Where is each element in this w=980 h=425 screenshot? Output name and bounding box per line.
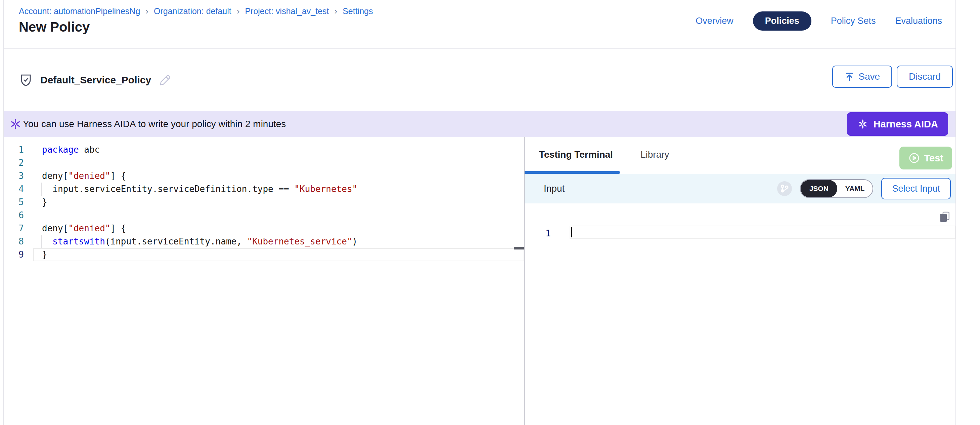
upload-icon — [844, 72, 854, 82]
policy-code-editor[interactable]: 1package abc23deny["denied"] {4 input.se… — [4, 137, 524, 425]
format-option-json[interactable]: JSON — [801, 180, 837, 197]
line-number: 9 — [4, 248, 24, 261]
code-line[interactable]: 4 input.serviceEntity.serviceDefinition.… — [4, 182, 524, 196]
test-button[interactable]: Test — [899, 147, 952, 169]
policy-name: Default_Service_Policy — [40, 74, 151, 86]
code-text: } — [24, 248, 47, 261]
save-button[interactable]: Save — [832, 66, 892, 88]
policy-name-group: Default_Service_Policy — [19, 49, 172, 111]
line-number: 5 — [4, 196, 24, 209]
aida-banner: You can use Harness AIDA to write your p… — [4, 111, 956, 137]
discard-label: Discard — [909, 71, 941, 82]
code-text: package abc — [24, 143, 100, 157]
token-pl: input.serviceEntity.serviceDefinition.ty… — [42, 184, 294, 194]
line-number: 4 — [4, 182, 24, 196]
breadcrumb-separator: › — [237, 6, 240, 16]
token-pl: } — [42, 197, 47, 207]
breadcrumb-item[interactable]: Project: vishal_av_test — [245, 6, 329, 16]
code-line[interactable]: 3deny["denied"] { — [4, 169, 524, 182]
line-number: 7 — [4, 222, 24, 235]
harness-aida-button[interactable]: Harness AIDA — [847, 112, 948, 136]
input-bar: Input — [525, 174, 956, 203]
nav-tab-evaluations[interactable]: Evaluations — [895, 16, 942, 26]
line-number: 3 — [4, 169, 24, 182]
token-str: "denied" — [68, 171, 110, 181]
breadcrumb: Account: automationPipelinesNg›Organizat… — [19, 6, 373, 16]
breadcrumb-item[interactable]: Account: automationPipelinesNg — [19, 6, 140, 16]
token-pl: (input.serviceEntity.name, — [105, 236, 247, 246]
token-pl: deny[ — [42, 171, 68, 181]
breadcrumb-separator: › — [334, 6, 337, 16]
token-pl — [42, 236, 52, 246]
token-str: "Kubernetes" — [294, 184, 357, 194]
nav-tab-policies[interactable]: Policies — [753, 11, 811, 30]
token-pl: abc — [79, 145, 100, 155]
testing-terminal-panel: Testing Terminal Library Test — [525, 137, 956, 425]
input-bar-controls: JSONYAML Select Input — [777, 174, 951, 203]
format-option-yaml[interactable]: YAML — [837, 180, 873, 197]
code-text: startswith(input.serviceEntity.name, "Ku… — [24, 235, 357, 248]
page: Account: automationPipelinesNg›Organizat… — [0, 0, 980, 425]
token-pl: ] { — [110, 171, 126, 181]
content-area: Account: automationPipelinesNg›Organizat… — [3, 0, 956, 425]
code-line[interactable]: 5} — [4, 196, 524, 209]
copy-icon[interactable] — [939, 210, 952, 224]
aida-button-label: Harness AIDA — [873, 119, 938, 130]
active-tab-underline — [525, 171, 620, 174]
token-str: "Kubernetes_service" — [247, 236, 352, 246]
tab-testing-terminal[interactable]: Testing Terminal — [539, 149, 613, 160]
branch-icon[interactable] — [777, 181, 792, 196]
line-number: 1 — [4, 143, 24, 157]
aida-message: You can use Harness AIDA to write your p… — [23, 119, 286, 129]
nav-tab-overview[interactable]: Overview — [695, 16, 733, 26]
input-line-number: 1 — [525, 227, 551, 240]
save-label: Save — [858, 71, 880, 82]
nav-tabs: OverviewPoliciesPolicy SetsEvaluations — [695, 11, 942, 30]
aida-flower-icon — [9, 118, 22, 131]
play-circle-icon — [908, 152, 920, 164]
policy-actions: Save Discard — [832, 66, 953, 88]
code-line[interactable]: 9} — [4, 248, 524, 261]
code-line[interactable]: 8 startswith(input.serviceEntity.name, "… — [4, 235, 524, 248]
code-text: deny["denied"] { — [24, 169, 126, 182]
aida-flower-icon-white — [857, 118, 869, 130]
text-cursor — [571, 227, 572, 237]
token-pl: deny[ — [42, 223, 68, 233]
test-button-label: Test — [924, 153, 943, 164]
code-text: input.serviceEntity.serviceDefinition.ty… — [24, 182, 357, 196]
edit-pencil-icon[interactable] — [159, 73, 172, 87]
format-toggle: JSONYAML — [800, 179, 873, 198]
code-line[interactable]: 7deny["denied"] { — [4, 222, 524, 235]
input-current-line-highlight — [570, 225, 956, 239]
code-line[interactable]: 1package abc — [4, 143, 524, 157]
code-line[interactable]: 6 — [4, 209, 524, 222]
line-number: 6 — [4, 209, 24, 222]
code-text — [24, 209, 42, 222]
terminal-tabs: Testing Terminal Library Test — [525, 137, 956, 174]
token-str: "denied" — [68, 223, 110, 233]
discard-button[interactable]: Discard — [897, 66, 953, 88]
breadcrumb-item[interactable]: Organization: default — [154, 6, 231, 16]
token-pl: } — [42, 249, 47, 260]
breadcrumb-separator: › — [145, 6, 148, 16]
overview-ruler-cursor-mark — [514, 247, 524, 249]
code-line[interactable]: 2 — [4, 157, 524, 169]
code-text: } — [24, 196, 47, 209]
token-kw: startswith — [52, 236, 105, 246]
token-kw: package — [42, 145, 79, 155]
breadcrumb-item[interactable]: Settings — [342, 6, 373, 16]
code-lines: 1package abc23deny["denied"] {4 input.se… — [4, 137, 524, 261]
tab-library[interactable]: Library — [640, 149, 669, 160]
token-pl: ) — [352, 236, 358, 246]
code-text — [24, 157, 42, 169]
header: Account: automationPipelinesNg›Organizat… — [4, 0, 956, 49]
input-editor[interactable]: 1 — [525, 203, 956, 425]
policy-name-row: Default_Service_Policy Save — [4, 49, 956, 111]
input-label: Input — [544, 183, 565, 194]
line-number: 2 — [4, 157, 24, 169]
shield-check-icon — [19, 73, 33, 87]
main-split: 1package abc23deny["denied"] {4 input.se… — [4, 137, 956, 425]
select-input-button[interactable]: Select Input — [881, 178, 951, 200]
page-title: New Policy — [19, 19, 90, 35]
nav-tab-policy-sets[interactable]: Policy Sets — [831, 16, 876, 26]
